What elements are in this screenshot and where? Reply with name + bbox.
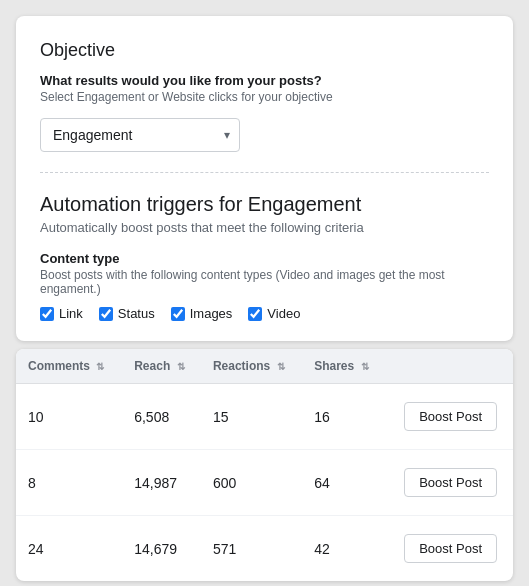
content-type-sub: Boost posts with the following content t… (40, 268, 489, 296)
col-comments: Comments ⇅ (16, 349, 122, 384)
boost-post-button-1[interactable]: Boost Post (404, 468, 497, 497)
table-header-row: Comments ⇅ Reach ⇅ Reactions ⇅ Shares ⇅ (16, 349, 513, 384)
checkbox-link[interactable]: Link (40, 306, 83, 321)
checkbox-link-label: Link (59, 306, 83, 321)
automation-sub: Automatically boost posts that meet the … (40, 220, 489, 235)
cell-reach-1: 14,987 (122, 450, 201, 516)
checkbox-status-input[interactable] (99, 307, 113, 321)
boost-post-button-2[interactable]: Boost Post (404, 534, 497, 563)
checkbox-status[interactable]: Status (99, 306, 155, 321)
automation-title: Automation triggers for Engagement (40, 193, 489, 216)
sort-icon-comments[interactable]: ⇅ (96, 361, 104, 372)
table-card: Comments ⇅ Reach ⇅ Reactions ⇅ Shares ⇅ (16, 349, 513, 581)
cell-shares-0: 16 (302, 384, 385, 450)
sort-icon-reach[interactable]: ⇅ (177, 361, 185, 372)
boost-post-button-0[interactable]: Boost Post (404, 402, 497, 431)
sort-icon-shares[interactable]: ⇅ (361, 361, 369, 372)
objective-title: Objective (40, 40, 489, 61)
checkbox-images-input[interactable] (171, 307, 185, 321)
checkbox-status-label: Status (118, 306, 155, 321)
engagement-select-wrapper: Engagement Website clicks ▾ (40, 118, 240, 152)
cell-action-1: Boost Post (385, 450, 513, 516)
cell-action-0: Boost Post (385, 384, 513, 450)
cell-comments-2: 24 (16, 516, 122, 582)
cell-comments-1: 8 (16, 450, 122, 516)
objective-question: What results would you like from your po… (40, 73, 489, 88)
cell-reactions-2: 571 (201, 516, 302, 582)
table-row: 8 14,987 600 64 Boost Post (16, 450, 513, 516)
checkbox-video-input[interactable] (248, 307, 262, 321)
table-row: 10 6,508 15 16 Boost Post (16, 384, 513, 450)
page-wrapper: Objective What results would you like fr… (16, 16, 513, 581)
col-action (385, 349, 513, 384)
checkbox-video[interactable]: Video (248, 306, 300, 321)
content-type-label: Content type (40, 251, 489, 266)
posts-table: Comments ⇅ Reach ⇅ Reactions ⇅ Shares ⇅ (16, 349, 513, 581)
objective-sub: Select Engagement or Website clicks for … (40, 90, 489, 104)
content-type-checkboxes: Link Status Images Video (40, 306, 489, 321)
cell-reach-0: 6,508 (122, 384, 201, 450)
checkbox-video-label: Video (267, 306, 300, 321)
checkbox-link-input[interactable] (40, 307, 54, 321)
objective-card: Objective What results would you like fr… (16, 16, 513, 341)
checkbox-images-label: Images (190, 306, 233, 321)
engagement-select[interactable]: Engagement Website clicks (40, 118, 240, 152)
cell-shares-1: 64 (302, 450, 385, 516)
cell-reactions-1: 600 (201, 450, 302, 516)
cell-shares-2: 42 (302, 516, 385, 582)
col-shares: Shares ⇅ (302, 349, 385, 384)
checkbox-images[interactable]: Images (171, 306, 233, 321)
section-divider (40, 172, 489, 173)
cell-reach-2: 14,679 (122, 516, 201, 582)
sort-icon-reactions[interactable]: ⇅ (277, 361, 285, 372)
col-reach: Reach ⇅ (122, 349, 201, 384)
cell-action-2: Boost Post (385, 516, 513, 582)
table-row: 24 14,679 571 42 Boost Post (16, 516, 513, 582)
cell-comments-0: 10 (16, 384, 122, 450)
col-reactions: Reactions ⇅ (201, 349, 302, 384)
cell-reactions-0: 15 (201, 384, 302, 450)
